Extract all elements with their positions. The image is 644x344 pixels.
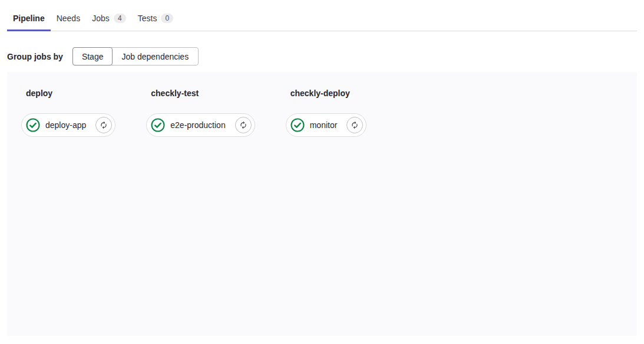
- tab-tests[interactable]: Tests 0: [132, 14, 180, 31]
- stage-column-deploy: deploy deploy-app: [21, 89, 115, 137]
- group-jobs-segmented-control: Stage Job dependencies: [72, 47, 199, 65]
- stage-title: deploy: [26, 89, 115, 98]
- pipeline-page: Pipeline Needs Jobs 4 Tests 0 Group jobs…: [0, 0, 644, 336]
- tab-jobs[interactable]: Jobs 4: [86, 14, 132, 31]
- tab-pipeline-label: Pipeline: [13, 14, 45, 23]
- pipeline-graph-panel: deploy deploy-app: [7, 72, 637, 336]
- group-by-job-dependencies-button[interactable]: Job dependencies: [112, 48, 198, 65]
- stage-column-checkly-deploy: checkly-deploy monitor: [286, 89, 367, 137]
- status-success-icon: [290, 118, 305, 132]
- tab-needs-label: Needs: [57, 14, 80, 23]
- tab-tests-label: Tests: [138, 14, 157, 23]
- stage-columns: deploy deploy-app: [7, 72, 637, 137]
- job-name: e2e-production: [170, 120, 225, 130]
- retry-job-button[interactable]: [346, 117, 363, 133]
- job-pill-monitor[interactable]: monitor: [286, 113, 367, 137]
- retry-job-button[interactable]: [235, 117, 252, 133]
- job-pill-e2e-production[interactable]: e2e-production: [146, 113, 255, 137]
- group-jobs-by-label: Group jobs by: [7, 52, 63, 61]
- group-by-stage-button[interactable]: Stage: [72, 47, 113, 65]
- retry-icon: [239, 121, 247, 129]
- tab-tests-count-badge: 0: [161, 14, 173, 23]
- tab-pipeline[interactable]: Pipeline: [7, 14, 51, 31]
- stage-title: checkly-deploy: [290, 89, 367, 98]
- retry-icon: [100, 121, 108, 129]
- tab-needs[interactable]: Needs: [51, 14, 86, 31]
- job-pill-deploy-app[interactable]: deploy-app: [21, 113, 115, 137]
- tab-jobs-count-badge: 4: [114, 14, 126, 23]
- status-success-icon: [26, 118, 40, 132]
- job-name: monitor: [310, 120, 338, 130]
- group-jobs-toolbar: Group jobs by Stage Job dependencies: [7, 47, 637, 65]
- stage-column-checkly-test: checkly-test e2e-production: [146, 89, 255, 137]
- pipeline-tab-bar: Pipeline Needs Jobs 4 Tests 0: [7, 0, 637, 31]
- retry-icon: [351, 121, 359, 129]
- job-name: deploy-app: [45, 120, 86, 130]
- status-success-icon: [151, 118, 165, 132]
- tab-jobs-label: Jobs: [92, 14, 110, 23]
- retry-job-button[interactable]: [95, 117, 112, 133]
- stage-title: checkly-test: [151, 89, 255, 98]
